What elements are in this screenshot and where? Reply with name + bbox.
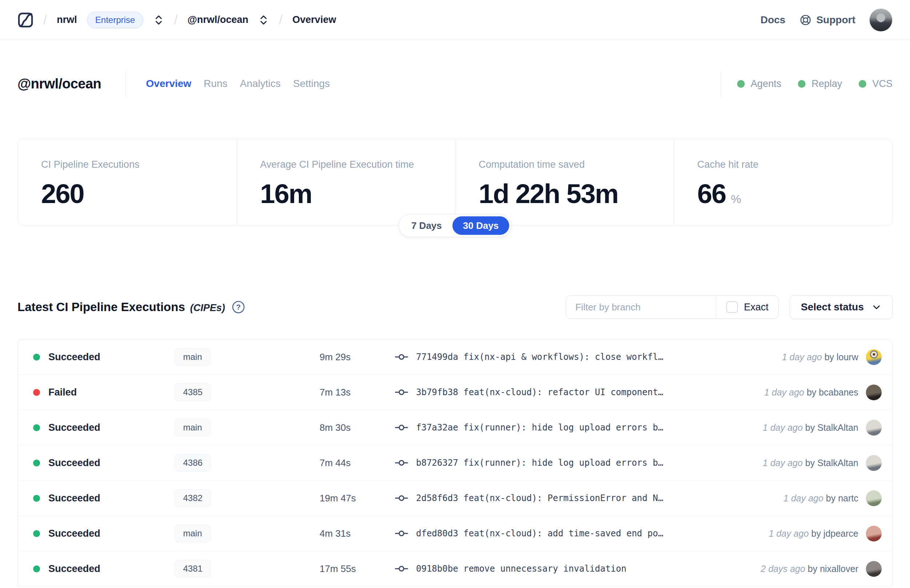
tab-runs[interactable]: Runs: [204, 78, 228, 89]
select-status-label: Select status: [801, 301, 864, 313]
range-option-30-days[interactable]: 30 Days: [453, 216, 509, 235]
app-header: / nrwl Enterprise / @nrwl/ocean / Overvi…: [0, 0, 910, 40]
author-avatar: [866, 384, 882, 401]
table-row[interactable]: Succeeded 4386 7m 44s b8726327 fix(runne…: [18, 445, 892, 481]
indicator-agents[interactable]: Agents: [737, 78, 781, 89]
breadcrumb-separator: /: [279, 12, 283, 27]
duration-cell: 8m 30s: [320, 422, 395, 433]
branch-chip: main: [175, 525, 211, 542]
org-selector-chevron-icon[interactable]: [153, 14, 164, 26]
branch-filter-input[interactable]: [566, 296, 716, 318]
meta-text: 1 day ago by jdpearce: [769, 528, 858, 539]
exact-checkbox[interactable]: [726, 301, 738, 313]
docs-link[interactable]: Docs: [760, 14, 785, 26]
status-label: Succeeded: [48, 457, 100, 468]
duration-cell: 7m 44s: [320, 457, 395, 468]
cipe-section-header: Latest CI Pipeline Executions (CIPEs) ? …: [18, 295, 892, 319]
table-row[interactable]: Succeeded 4381 17m 55s 0918b0be remove u…: [18, 551, 892, 586]
meta-cell: 1 day ago by lourw: [782, 349, 882, 365]
author-avatar: [866, 561, 882, 577]
status-label: Succeeded: [48, 528, 100, 539]
breadcrumb-page: Overview: [292, 14, 336, 26]
status-label: Succeeded: [48, 352, 100, 363]
workspace-selector-chevron-icon[interactable]: [258, 14, 269, 26]
tab-settings[interactable]: Settings: [293, 78, 330, 89]
git-commit-icon: [395, 494, 408, 502]
svg-text:?: ?: [236, 303, 241, 311]
help-icon[interactable]: ?: [231, 300, 245, 314]
indicator-replay[interactable]: Replay: [798, 78, 842, 89]
stats-section: CI Pipeline Executions 260 Average CI Pi…: [18, 139, 892, 226]
branch-chip: 4382: [175, 489, 211, 507]
branch-chip: main: [175, 419, 211, 436]
duration-cell: 17m 55s: [320, 563, 395, 575]
status-cell: Failed: [33, 387, 175, 398]
author-avatar: [866, 455, 882, 471]
status-dot-icon: [33, 389, 40, 396]
range-option-7-days[interactable]: 7 Days: [401, 216, 453, 235]
status-dot-icon: [33, 530, 40, 537]
commit-message: 771499da fix(nx-api & workflows): close …: [416, 352, 663, 362]
user-avatar[interactable]: [869, 8, 892, 32]
commit-cell: b8726327 fix(runner): hide log upload er…: [395, 458, 752, 468]
table-row[interactable]: Succeeded main 4m 31s dfed80d3 feat(nx-c…: [18, 516, 892, 551]
status-label: Failed: [48, 387, 77, 398]
tab-analytics[interactable]: Analytics: [240, 78, 281, 89]
status-cell: Succeeded: [33, 457, 175, 468]
breadcrumb-workspace[interactable]: @nrwl/ocean: [187, 14, 248, 26]
stat-label: CI Pipeline Executions: [41, 159, 230, 170]
stat-label: Cache hit rate: [697, 159, 885, 170]
branch-cell: 4381: [175, 560, 320, 577]
branch-chip: 4381: [175, 560, 211, 577]
indicator-label: VCS: [872, 78, 892, 89]
cipe-table: Succeeded main 9m 29s 771499da fix(nx-ap…: [18, 339, 892, 586]
stat-card: Average CI Pipeline Execution time 16m: [237, 139, 455, 225]
table-row[interactable]: Succeeded main 9m 29s 771499da fix(nx-ap…: [18, 339, 892, 375]
stat-value: 16m: [260, 178, 448, 209]
status-label: Succeeded: [48, 422, 100, 433]
commit-message: f37a32ae fix(runner): hide log upload er…: [416, 422, 663, 433]
meta-cell: 1 day ago by bcabanes: [764, 384, 882, 401]
stat-suffix: %: [731, 192, 741, 206]
commit-message: 2d58f6d3 feat(nx-cloud): PermissionError…: [416, 493, 663, 503]
git-commit-icon: [395, 423, 408, 432]
section-title-text: Latest CI Pipeline Executions: [18, 300, 185, 314]
meta-cell: 1 day ago by nartc: [783, 490, 882, 507]
select-status-dropdown[interactable]: Select status: [789, 295, 892, 319]
status-dot-icon: [33, 565, 40, 572]
author-avatar: [866, 525, 882, 542]
exact-label[interactable]: Exact: [744, 302, 769, 313]
git-commit-icon: [395, 564, 408, 573]
status-indicators: Agents Replay VCS: [721, 71, 892, 97]
breadcrumb-org[interactable]: nrwl: [57, 14, 77, 26]
duration-cell: 7m 13s: [320, 387, 395, 398]
breadcrumb-separator: /: [174, 12, 178, 27]
git-commit-icon: [395, 352, 408, 361]
table-row[interactable]: Failed 4385 7m 13s 3b79fb38 feat(nx-clou…: [18, 375, 892, 410]
author-avatar: [866, 490, 882, 507]
chevron-down-icon: [872, 302, 881, 312]
support-link[interactable]: Support: [799, 14, 855, 26]
cipe-section-title: Latest CI Pipeline Executions (CIPEs): [18, 300, 225, 314]
table-row[interactable]: Succeeded 4382 19m 47s 2d58f6d3 feat(nx-…: [18, 481, 892, 516]
green-dot-icon: [737, 80, 745, 88]
branch-cell: main: [175, 525, 320, 542]
date-range-toggle: 7 Days30 Days: [399, 214, 511, 237]
nx-cloud-logo-icon[interactable]: [18, 12, 34, 28]
stat-card: Cache hit rate 66 %: [674, 139, 892, 225]
stat-cards: CI Pipeline Executions 260 Average CI Pi…: [18, 139, 892, 226]
commit-cell: f37a32ae fix(runner): hide log upload er…: [395, 422, 752, 433]
branch-cell: 4386: [175, 454, 320, 472]
status-dot-icon: [33, 460, 40, 467]
branch-cell: 4382: [175, 489, 320, 507]
exact-filter: Exact: [716, 296, 779, 318]
commit-message: b8726327 fix(runner): hide log upload er…: [416, 458, 663, 468]
indicator-vcs[interactable]: VCS: [859, 78, 892, 89]
cipe-filters: Exact Select status: [566, 295, 892, 319]
table-row[interactable]: Succeeded main 8m 30s f37a32ae fix(runne…: [18, 410, 892, 445]
status-label: Succeeded: [48, 493, 100, 504]
author-avatar: [866, 420, 882, 436]
tab-overview[interactable]: Overview: [146, 78, 191, 89]
enterprise-badge[interactable]: Enterprise: [87, 11, 144, 28]
git-commit-icon: [395, 459, 408, 467]
